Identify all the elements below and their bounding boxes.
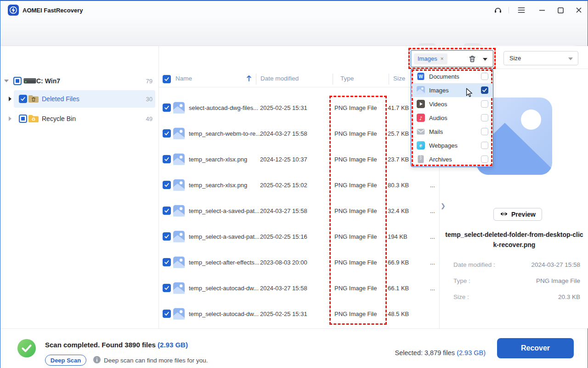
dropdown-option-documents[interactable]: WDocuments — [412, 69, 493, 83]
row-checkbox[interactable] — [163, 129, 171, 138]
sidebar-item-recycle-bin[interactable]: ♻Recycle Bin49 — [0, 110, 159, 127]
close-button[interactable] — [572, 3, 586, 17]
deep-scan-button[interactable]: Deep Scan — [45, 355, 86, 366]
clear-filter-trash-icon[interactable] — [468, 55, 476, 63]
tree-checkbox[interactable] — [19, 115, 27, 123]
cell-type: PNG Image File — [334, 285, 377, 292]
table-row[interactable]: temp_select-a-saved-pat...2024-03-27 15:… — [159, 198, 439, 224]
table-row[interactable]: temp_search-xlsx.png2024-12-25 10:37PNG … — [159, 146, 439, 172]
column-header-type[interactable]: Type — [340, 75, 354, 82]
cell-date: 2025-02-25 15:16 — [260, 233, 307, 240]
dropdown-option-webpages[interactable]: eWebpages — [412, 138, 493, 152]
dropdown-option-audios[interactable]: ♪Audios — [412, 111, 493, 125]
dropdown-option-checkbox[interactable] — [481, 100, 488, 108]
tree-checkbox[interactable] — [13, 77, 22, 85]
table-row[interactable]: temp_select-autocad-dw...2024-03-27 15:5… — [159, 275, 439, 301]
column-header-date[interactable]: Date modified — [260, 75, 299, 82]
cell-date: 2024-03-27 15:58 — [260, 130, 307, 137]
dropdown-option-checkbox[interactable] — [481, 73, 488, 80]
table-row[interactable]: temp_select-after-effects...2023-08-03 2… — [159, 249, 439, 275]
dropdown-option-checkbox[interactable] — [481, 114, 488, 121]
svg-text:♪: ♪ — [419, 115, 422, 121]
size-filter-select[interactable]: Size — [503, 51, 578, 65]
row-checkbox[interactable] — [163, 310, 171, 318]
cell-type: PNG Image File — [334, 259, 377, 266]
table-row[interactable]: temp_search-xlsx.png2025-02-25 15:02PNG … — [159, 172, 439, 198]
minimize-button[interactable] — [535, 3, 549, 17]
dropdown-option-checkbox[interactable] — [481, 142, 488, 149]
dropdown-option-mails[interactable]: Mails — [412, 125, 493, 138]
cell-type: PNG Image File — [334, 310, 377, 317]
column-header-name[interactable]: Name — [175, 75, 192, 82]
tree-item-label: C: Win7 — [36, 77, 60, 85]
table-row[interactable]: temp_select-autocad-dw...2025-02-25 15:3… — [159, 301, 439, 327]
table-row[interactable]: temp_search-webm-to-re...2024-03-27 15:5… — [159, 121, 439, 146]
status-bar: Scan completed. Found 3890 files (2.93 G… — [0, 328, 588, 368]
table-row[interactable]: temp_select-a-saved-pat...2025-02-25 15:… — [159, 224, 439, 249]
menu-hamburger-icon[interactable] — [514, 3, 528, 17]
sort-ascending-icon[interactable] — [246, 75, 252, 84]
cell-name: temp_select-autocad-dw... — [189, 285, 259, 292]
sidebar-item-deleted-files[interactable]: Deleted Files30 — [0, 90, 159, 108]
selected-file-name: temp_select-deleted-folder-from-desktop-… — [445, 230, 584, 250]
cell-extra: ... — [430, 182, 435, 189]
remove-tag-icon[interactable]: × — [441, 56, 444, 62]
filter-dropdown-caret-icon[interactable] — [483, 58, 487, 61]
folder-recycle-icon: ♻ — [28, 114, 39, 123]
row-checkbox[interactable] — [163, 284, 171, 292]
maximize-button[interactable] — [554, 3, 567, 17]
type-filter-control[interactable]: Images × — [411, 50, 493, 67]
row-checkbox[interactable] — [163, 258, 171, 266]
dropdown-option-checkbox[interactable] — [481, 86, 488, 94]
filter-tag-images[interactable]: Images × — [414, 53, 447, 64]
tree-expand-caret-icon[interactable] — [9, 116, 11, 121]
cell-name: temp_select-after-effects... — [189, 259, 260, 266]
images-icon — [417, 86, 425, 94]
column-divider — [333, 74, 333, 85]
titlebar-separator — [509, 7, 509, 13]
mails-icon — [417, 127, 425, 136]
deep-scan-hint: Deep scan can find more files for you. — [93, 356, 208, 365]
scan-success-icon — [17, 339, 36, 357]
row-checkbox[interactable] — [163, 104, 171, 112]
cell-type: PNG Image File — [334, 104, 377, 111]
tree-checkbox[interactable] — [19, 95, 27, 103]
dropdown-option-label: Audios — [429, 115, 447, 121]
tree-item-label: Recycle Bin — [42, 115, 76, 122]
recover-button[interactable]: Recover — [497, 338, 574, 358]
tree-expand-caret-icon[interactable] — [9, 97, 11, 101]
size-filter-label: Size — [509, 55, 521, 62]
row-checkbox[interactable] — [163, 181, 171, 189]
table-row[interactable]: select-autocad-dwg-files...2025-02-25 15… — [159, 95, 439, 121]
dropdown-option-images[interactable]: Images — [412, 83, 493, 97]
support-headset-icon[interactable] — [491, 3, 505, 17]
dropdown-option-label: Videos — [429, 101, 447, 108]
size-dropdown-caret-icon — [568, 58, 573, 60]
row-checkbox[interactable] — [163, 207, 171, 215]
drive-icon — [23, 78, 36, 84]
sidebar-item-c-win7[interactable]: C: Win779 — [0, 73, 159, 89]
preview-button[interactable]: Preview — [493, 208, 542, 221]
column-divider — [389, 74, 389, 85]
dropdown-option-checkbox[interactable] — [481, 155, 488, 163]
cell-size: 32.4 KB — [388, 207, 409, 214]
scan-status-text: Scan completed. Found 3890 files (2.93 G… — [45, 341, 188, 349]
row-checkbox[interactable] — [163, 232, 171, 241]
cell-name: temp_select-a-saved-pat... — [189, 233, 260, 240]
cell-size: 66.1 KB — [388, 285, 409, 292]
app-title: AOMEI FastRecovery — [23, 7, 83, 14]
detail-label: Date modified : — [453, 261, 495, 268]
select-all-checkbox[interactable] — [163, 75, 171, 83]
cell-date: 2025-02-25 15:02 — [260, 182, 307, 189]
collapse-panel-chevron-icon[interactable]: ❯ — [441, 202, 446, 209]
cell-size: 41.7 KB — [388, 104, 409, 111]
column-header-size[interactable]: Size — [393, 75, 405, 82]
dropdown-option-archives[interactable]: Archives — [412, 152, 493, 166]
tree-expand-caret-icon[interactable] — [4, 80, 9, 82]
row-checkbox[interactable] — [163, 155, 171, 163]
dropdown-option-videos[interactable]: Videos — [412, 97, 493, 111]
dropdown-option-checkbox[interactable] — [481, 128, 488, 135]
dropdown-option-label: Images — [429, 87, 449, 94]
image-file-icon — [173, 205, 185, 217]
documents-icon: W — [417, 72, 425, 80]
